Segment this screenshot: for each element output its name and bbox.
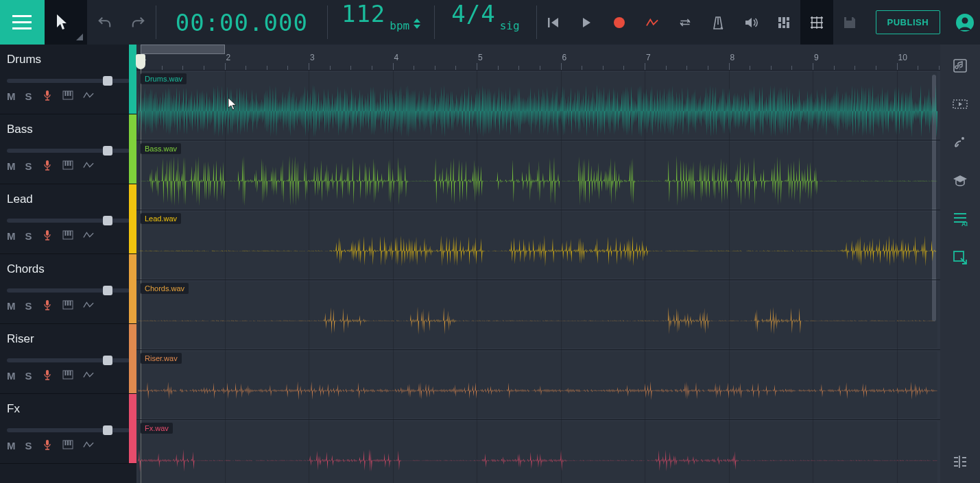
track-row[interactable]: Lead.wav <box>136 210 940 280</box>
bar-number: 4 <box>394 53 399 62</box>
mute-button[interactable]: M <box>7 440 16 451</box>
automation-icon[interactable] <box>83 299 94 312</box>
save-button[interactable] <box>833 0 866 45</box>
track-header[interactable]: Riser M S <box>0 324 136 394</box>
export-icon[interactable] <box>951 249 969 267</box>
audio-clip[interactable]: Chords.wav <box>138 282 937 348</box>
instrument-icon[interactable] <box>62 439 73 452</box>
instrument-icon[interactable] <box>62 299 73 312</box>
time-display[interactable]: 00:00.000 <box>156 0 327 45</box>
tempo-display[interactable]: 112 bpm <box>328 0 434 45</box>
arm-record-icon[interactable] <box>42 90 53 103</box>
volume-slider[interactable] <box>7 358 130 362</box>
pointer-tool[interactable] <box>45 0 87 45</box>
tempo-spinner[interactable] <box>414 16 420 29</box>
solo-button[interactable]: S <box>25 90 32 102</box>
volume-slider[interactable] <box>7 79 130 83</box>
mute-button[interactable]: M <box>7 160 16 172</box>
automation-button[interactable] <box>636 0 669 45</box>
metronome-button[interactable] <box>702 0 734 45</box>
automation-icon[interactable] <box>83 160 94 173</box>
tempo-value: 112 <box>342 0 385 27</box>
learn-icon[interactable] <box>951 172 969 190</box>
solo-button[interactable]: S <box>25 300 32 312</box>
svg-rect-19 <box>64 161 66 166</box>
audio-clip[interactable]: Lead.wav <box>138 212 937 278</box>
automation-icon[interactable] <box>83 230 94 243</box>
arm-record-icon[interactable] <box>42 369 53 382</box>
tempo-unit: bpm <box>390 12 409 32</box>
playhead[interactable] <box>136 54 145 69</box>
solo-button[interactable]: S <box>25 440 32 451</box>
bar-number: 6 <box>562 53 567 62</box>
automation-icon[interactable] <box>83 439 94 452</box>
loop-region[interactable] <box>141 45 225 54</box>
toggle-panels-icon[interactable] <box>951 453 969 471</box>
solo-button[interactable]: S <box>25 370 32 382</box>
track-header[interactable]: Fx M S <box>0 394 136 464</box>
timeline-ruler[interactable]: 12345678910 <box>136 45 940 71</box>
ai-tools-icon[interactable]: AI <box>951 210 969 228</box>
svg-rect-12 <box>46 90 49 96</box>
automation-icon[interactable] <box>83 369 94 382</box>
redo-button[interactable] <box>121 0 156 45</box>
instrument-icon[interactable] <box>62 230 73 243</box>
volume-slider[interactable] <box>7 219 130 223</box>
collab-icon[interactable] <box>951 134 969 151</box>
volume-slider[interactable] <box>7 288 130 293</box>
svg-rect-6 <box>782 17 785 24</box>
track-row[interactable]: Chords.wav <box>136 280 940 350</box>
track-row[interactable]: Drums.wav <box>136 71 940 140</box>
svg-point-44 <box>961 137 964 140</box>
instrument-icon[interactable] <box>62 369 73 382</box>
timeline-area[interactable]: 12345678910 Drums.wavBass.wavLead.wavCho… <box>136 45 940 483</box>
track-name-label: Lead <box>7 193 130 206</box>
snap-grid-button[interactable] <box>800 0 833 45</box>
mixer-button[interactable] <box>767 0 800 45</box>
audio-clip[interactable]: Riser.wav <box>138 351 937 418</box>
record-button[interactable] <box>603 0 636 45</box>
master-volume-button[interactable] <box>734 0 767 45</box>
mute-button[interactable]: M <box>7 230 16 242</box>
svg-rect-8 <box>787 17 789 21</box>
track-header[interactable]: Chords M S <box>0 254 136 324</box>
time-signature-display[interactable]: 4/4 sig <box>435 0 536 45</box>
audio-clip[interactable]: Drums.wav <box>138 72 937 138</box>
user-account-icon[interactable] <box>950 0 980 45</box>
audio-clip[interactable]: Fx.wav <box>138 421 937 483</box>
arm-record-icon[interactable] <box>42 299 53 312</box>
track-header[interactable]: Lead M S <box>0 184 136 254</box>
mute-button[interactable]: M <box>7 90 16 102</box>
track-row[interactable]: Riser.wav <box>136 350 940 420</box>
track-header[interactable]: Drums M S <box>0 45 136 114</box>
audio-clip[interactable]: Bass.wav <box>138 142 937 208</box>
arm-record-icon[interactable] <box>42 160 53 173</box>
automation-icon[interactable] <box>83 90 94 103</box>
instrument-icon[interactable] <box>62 90 73 103</box>
undo-button[interactable] <box>87 0 121 45</box>
play-button[interactable] <box>570 0 603 45</box>
track-name-label: Drums <box>7 53 130 66</box>
arm-record-icon[interactable] <box>42 230 53 243</box>
loop-button[interactable] <box>669 0 702 45</box>
svg-rect-15 <box>67 91 69 96</box>
publish-button[interactable]: PUBLISH <box>876 10 941 34</box>
bar-number: 7 <box>646 53 651 62</box>
arm-record-icon[interactable] <box>42 439 53 452</box>
main-menu-button[interactable] <box>0 0 45 45</box>
track-header[interactable]: Bass M S <box>0 114 136 184</box>
clips-icon[interactable] <box>951 95 969 113</box>
tracks-viewport[interactable]: Drums.wavBass.wavLead.wavChords.wavRiser… <box>136 71 940 483</box>
rewind-button[interactable] <box>537 0 570 45</box>
solo-button[interactable]: S <box>25 230 32 242</box>
mute-button[interactable]: M <box>7 300 16 312</box>
track-row[interactable]: Fx.wav <box>136 420 940 483</box>
svg-rect-25 <box>67 231 69 236</box>
instrument-icon[interactable] <box>62 160 73 173</box>
mute-button[interactable]: M <box>7 370 16 382</box>
track-row[interactable]: Bass.wav <box>136 140 940 210</box>
solo-button[interactable]: S <box>25 160 32 172</box>
volume-slider[interactable] <box>7 428 130 432</box>
track-panel: Drums M S Bass M S Lead M S <box>0 45 136 483</box>
volume-slider[interactable] <box>7 149 130 153</box>
